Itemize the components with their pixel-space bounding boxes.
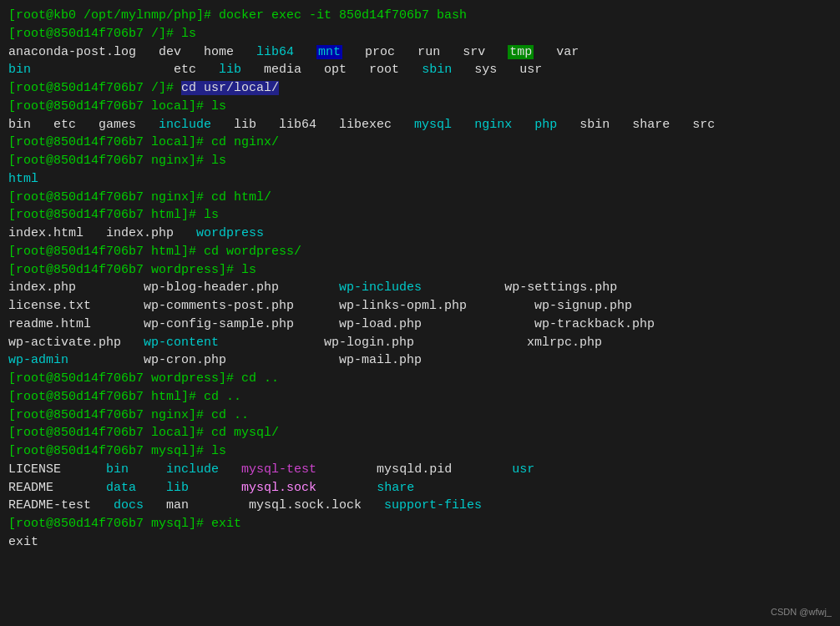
terminal-text: [root@850d14f706b7 local]# cd nginx/	[8, 135, 279, 149]
terminal-text: README	[8, 481, 106, 495]
terminal-text: usr	[512, 462, 534, 477]
terminal-text: include	[166, 462, 219, 477]
terminal-text: wp-includes	[339, 280, 422, 295]
terminal-text	[129, 462, 166, 477]
terminal-text: [root@850d14f706b7 nginx]# ls	[8, 154, 226, 168]
terminal-text: lib lib64 libexec	[211, 118, 414, 132]
terminal-line: [root@850d14f706b7 mysql]# exit	[8, 515, 832, 533]
terminal-line: [root@850d14f706b7 nginx]# cd ..	[8, 406, 832, 425]
terminal-line: [root@850d14f706b7 nginx]# ls	[8, 152, 832, 170]
terminal-text: wp-cron.php wp-mail.php	[68, 353, 422, 367]
terminal-text: [root@850d14f706b7 html]# ls	[8, 208, 219, 222]
terminal-text: bin etc games	[8, 118, 159, 132]
terminal-line: html	[8, 170, 832, 189]
terminal-line: [root@850d14f706b7 html]# cd wordpress/	[8, 243, 832, 261]
terminal-text: anaconda-post.log dev home	[8, 45, 256, 59]
terminal-line: README data lib mysql.sock share	[8, 479, 832, 497]
terminal-text: mnt	[316, 45, 342, 59]
terminal-text: [root@850d14f706b7 nginx]# cd html/	[8, 190, 271, 204]
terminal-text	[219, 462, 241, 477]
terminal-text: [root@850d14f706b7 html]# cd ..	[8, 390, 241, 404]
terminal-line: wp-admin wp-cron.php wp-mail.php	[8, 351, 832, 370]
terminal-text: mysql	[414, 118, 452, 132]
terminal-line: index.php wp-blog-header.php wp-includes…	[8, 279, 832, 297]
terminal-line: [root@850d14f706b7 local]# ls	[8, 98, 832, 116]
terminal-line: readme.html wp-config-sample.php wp-load…	[8, 316, 832, 334]
terminal-line: [root@850d14f706b7 html]# cd ..	[8, 388, 832, 406]
terminal-text: sys usr	[452, 63, 542, 77]
terminal-text: LICENSE	[8, 462, 106, 477]
terminal-text	[316, 481, 377, 495]
terminal-text: html	[8, 172, 38, 186]
terminal-text: cd usr/local/	[181, 81, 279, 95]
terminal-text: mysql.sock	[241, 481, 316, 495]
terminal-text: wp-settings.php	[422, 280, 617, 295]
terminal-window: [root@kb0 /opt/mylnmp/php]# docker exec …	[8, 7, 832, 552]
terminal-line: [root@850d14f706b7 wordpress]# ls	[8, 261, 832, 280]
terminal-text: index.php wp-blog-header.php	[8, 280, 339, 295]
terminal-text: [root@850d14f706b7 local]# cd mysql/	[8, 426, 279, 440]
terminal-line: wp-activate.php wp-content wp-login.php …	[8, 334, 832, 352]
terminal-line: bin etc lib media opt root sbin sys usr	[8, 61, 832, 79]
terminal-text: wp-admin	[8, 353, 68, 367]
terminal-text: support-files	[384, 498, 482, 512]
terminal-text: tmp	[508, 45, 534, 59]
terminal-text: [root@850d14f706b7 wordpress]# cd ..	[8, 371, 279, 386]
terminal-text: sbin share src	[557, 118, 715, 132]
terminal-line: [root@850d14f706b7 html]# ls	[8, 206, 832, 225]
terminal-line: README-test docs man mysql.sock.lock sup…	[8, 497, 832, 515]
terminal-text: license.txt wp-comments-post.php wp-link…	[8, 299, 632, 313]
terminal-text: [root@850d14f706b7 local]# ls	[8, 99, 226, 114]
terminal-line: [root@850d14f706b7 mysql]# ls	[8, 442, 832, 461]
terminal-text: exit	[8, 535, 38, 549]
terminal-text: [root@850d14f706b7 html]# cd wordpress/	[8, 245, 301, 259]
terminal-text: include	[159, 118, 211, 132]
terminal-text: README-test	[8, 498, 114, 512]
terminal-text: [root@850d14f706b7 mysql]# ls	[8, 444, 226, 458]
terminal-text: mysql-test	[241, 462, 316, 477]
terminal-text: [root@850d14f706b7 mysql]# exit	[8, 517, 241, 531]
terminal-text: docs	[114, 498, 144, 512]
terminal-text: [root@850d14f706b7 /]# ls	[8, 27, 196, 41]
terminal-text: nginx	[474, 118, 512, 132]
terminal-text: wp-content	[144, 336, 219, 350]
terminal-text: proc run srv	[342, 45, 508, 59]
terminal-text: wordpress	[196, 226, 264, 240]
terminal-line: [root@850d14f706b7 local]# cd mysql/	[8, 424, 832, 442]
terminal-line: [root@850d14f706b7 /]# ls	[8, 25, 832, 43]
terminal-line: [root@850d14f706b7 local]# cd nginx/	[8, 134, 832, 152]
terminal-text: share	[377, 481, 414, 495]
terminal-text: sbin	[422, 63, 452, 77]
terminal-text: wp-activate.php	[8, 336, 144, 350]
terminal-line: [root@850d14f706b7 nginx]# cd html/	[8, 189, 832, 207]
terminal-line: license.txt wp-comments-post.php wp-link…	[8, 297, 832, 316]
terminal-line: anaconda-post.log dev home lib64 mnt pro…	[8, 43, 832, 62]
terminal-text	[189, 481, 241, 495]
terminal-text: bin	[106, 462, 129, 477]
terminal-text: readme.html wp-config-sample.php wp-load…	[8, 317, 655, 331]
terminal-text: media opt root	[241, 63, 422, 77]
terminal-text	[452, 118, 474, 132]
terminal-line: [root@850d14f706b7 /]# cd usr/local/	[8, 79, 832, 98]
terminal-line: [root@850d14f706b7 wordpress]# cd ..	[8, 370, 832, 388]
terminal-text	[136, 481, 166, 495]
terminal-text: index.html index.php	[8, 226, 196, 240]
terminal-text: man mysql.sock.lock	[144, 498, 384, 512]
terminal-text: wp-login.php xmlrpc.php	[219, 336, 602, 350]
terminal-text: etc	[31, 63, 219, 77]
terminal-text: [root@850d14f706b7 nginx]# cd ..	[8, 408, 249, 422]
terminal-text: lib64	[256, 45, 294, 59]
terminal-text	[512, 118, 534, 132]
terminal-line: bin etc games include lib lib64 libexec …	[8, 116, 832, 134]
terminal-line: [root@kb0 /opt/mylnmp/php]# docker exec …	[8, 7, 832, 25]
terminal-text: [root@850d14f706b7 /]#	[8, 81, 181, 95]
terminal-text: data	[106, 481, 136, 495]
terminal-text: bin	[8, 63, 31, 77]
terminal-line: LICENSE bin include mysql-test mysqld.pi…	[8, 461, 832, 479]
terminal-line: exit	[8, 533, 832, 552]
terminal-text: [root@kb0 /opt/mylnmp/php]# docker exec …	[8, 8, 467, 23]
terminal-text: mysqld.pid	[316, 462, 512, 477]
terminal-text	[294, 45, 316, 59]
terminal-line: index.html index.php wordpress	[8, 225, 832, 243]
terminal-text: var	[534, 45, 579, 59]
